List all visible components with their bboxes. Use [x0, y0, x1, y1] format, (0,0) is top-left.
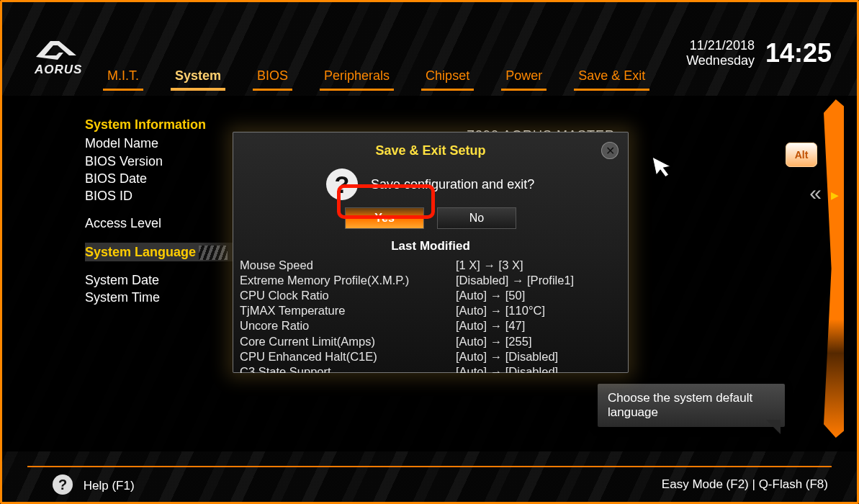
tab-bios[interactable]: BIOS	[253, 66, 292, 91]
change-row: TjMAX Temperature[Auto] → [110°C]	[240, 303, 621, 318]
change-row: Mouse Speed[1 X] → [3 X]	[240, 258, 621, 273]
settings-list: System Information Model Name BIOS Versi…	[85, 116, 249, 307]
dialog-close-button[interactable]: ✕	[601, 142, 619, 159]
side-handle[interactable]	[824, 99, 844, 438]
tab-peripherals[interactable]: Peripherals	[320, 66, 394, 91]
item-system-time[interactable]: System Time	[85, 289, 249, 306]
dialog-question: Save configuration and exit?	[371, 177, 534, 192]
date-text: 11/21/2018	[686, 38, 755, 53]
change-value: [Auto] → [50]	[456, 288, 621, 303]
footer-bar: ? Help (F1) Easy Mode (F2) | Q-Flash (F8…	[2, 467, 857, 502]
collapse-panel-button[interactable]: «	[809, 181, 817, 205]
item-system-language-label: System Language	[85, 245, 196, 259]
dialog-subtitle: Last Modified	[233, 239, 629, 253]
item-system-date[interactable]: System Date	[85, 271, 249, 289]
main-tabs: M.I.T. System BIOS Peripherals Chipset P…	[103, 66, 814, 91]
change-value: [Auto] → [Disabled]	[456, 349, 621, 364]
chevron-left-icon: «	[809, 181, 817, 204]
datetime: 11/21/2018 Wednesday 14:25	[686, 38, 832, 68]
change-value: [Disabled] → [Profile1]	[456, 273, 621, 288]
tab-save-exit[interactable]: Save & Exit	[574, 66, 649, 91]
side-arrow-icon: ▶	[831, 189, 839, 201]
save-exit-dialog: Save & Exit Setup ✕ ? Save configuration…	[233, 132, 629, 373]
change-key: Mouse Speed	[240, 258, 456, 273]
tab-power[interactable]: Power	[501, 66, 547, 91]
footer-right-hints: Easy Mode (F2) | Q-Flash (F8)	[662, 477, 828, 492]
time-text: 14:25	[765, 38, 832, 68]
change-key: TjMAX Temperature	[240, 303, 456, 318]
section-heading: System Information	[85, 116, 249, 133]
change-value: [1 X] → [3 X]	[456, 258, 621, 273]
yes-button[interactable]: Yes	[345, 207, 424, 229]
change-row: CPU Clock Ratio[Auto] → [50]	[240, 288, 621, 303]
help-tooltip: Choose the system default language	[598, 384, 785, 427]
mouse-cursor-icon	[651, 152, 678, 187]
change-key: Core Current Limit(Amps)	[240, 334, 456, 349]
change-row: Core Current Limit(Amps)[Auto] → [255]	[240, 334, 621, 349]
change-value: [Auto] → [Disabled]	[456, 364, 621, 373]
item-bios-version[interactable]: BIOS Version	[85, 153, 249, 170]
change-key: C3 State Support	[240, 364, 456, 373]
change-value: [Auto] → [110°C]	[456, 303, 621, 318]
close-icon: ✕	[606, 144, 615, 158]
item-system-language[interactable]: System Language	[85, 243, 249, 261]
alt-key-indicator[interactable]: Alt	[786, 143, 817, 167]
no-button[interactable]: No	[437, 207, 516, 229]
change-row: Uncore Ratio[Auto] → [47]	[240, 318, 621, 333]
change-row: C3 State Support[Auto] → [Disabled]	[240, 364, 621, 373]
change-key: CPU Clock Ratio	[240, 288, 456, 303]
change-row: CPU Enhanced Halt(C1E)[Auto] → [Disabled…	[240, 349, 621, 364]
item-model-name[interactable]: Model Name	[85, 135, 249, 152]
item-bios-id[interactable]: BIOS ID	[85, 187, 249, 204]
help-label: Help (F1)	[84, 479, 135, 492]
help-button[interactable]: ? Help (F1)	[53, 474, 135, 495]
dialog-title: Save & Exit Setup	[233, 132, 629, 158]
change-key: Uncore Ratio	[240, 318, 456, 333]
help-icon: ?	[53, 474, 73, 495]
item-bios-date[interactable]: BIOS Date	[85, 170, 249, 187]
change-value: [Auto] → [47]	[456, 318, 621, 333]
changes-list: Mouse Speed[1 X] → [3 X]Extreme Memory P…	[240, 258, 621, 373]
change-key: CPU Enhanced Halt(C1E)	[240, 349, 456, 364]
tab-chipset[interactable]: Chipset	[421, 66, 474, 91]
change-value: [Auto] → [255]	[456, 334, 621, 349]
change-row: Extreme Memory Profile(X.M.P.)[Disabled]…	[240, 273, 621, 288]
brand-text: AORUS	[35, 63, 82, 76]
tab-mit[interactable]: M.I.T.	[103, 66, 143, 91]
question-icon: ?	[326, 168, 358, 200]
change-key: Extreme Memory Profile(X.M.P.)	[240, 273, 456, 288]
tab-system[interactable]: System	[171, 66, 225, 91]
brand-logo: AORUS	[35, 38, 82, 77]
item-access-level[interactable]: Access Level	[85, 215, 249, 232]
